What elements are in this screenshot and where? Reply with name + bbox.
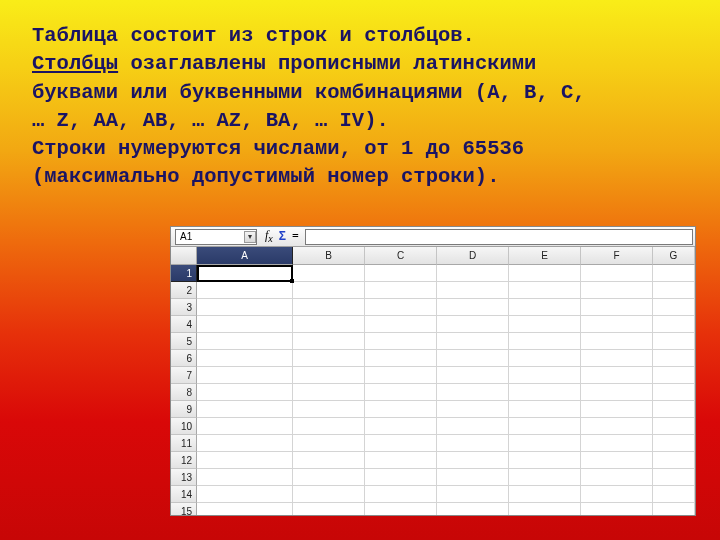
fx-icon[interactable]: fx	[265, 228, 273, 244]
row-header-8[interactable]: 8	[171, 384, 197, 401]
cell-E8[interactable]	[509, 384, 581, 401]
cell-C11[interactable]	[365, 435, 437, 452]
cell-D3[interactable]	[437, 299, 509, 316]
cell-C10[interactable]	[365, 418, 437, 435]
cell-C12[interactable]	[365, 452, 437, 469]
cell-B13[interactable]	[293, 469, 365, 486]
cell-G10[interactable]	[653, 418, 695, 435]
cell-G15[interactable]	[653, 503, 695, 516]
cell-B2[interactable]	[293, 282, 365, 299]
cell-D5[interactable]	[437, 333, 509, 350]
row-header-10[interactable]: 10	[171, 418, 197, 435]
cell-G4[interactable]	[653, 316, 695, 333]
cell-G3[interactable]	[653, 299, 695, 316]
cell-A15[interactable]	[197, 503, 293, 516]
cell-F2[interactable]	[581, 282, 653, 299]
cell-E2[interactable]	[509, 282, 581, 299]
cell-E11[interactable]	[509, 435, 581, 452]
cell-F11[interactable]	[581, 435, 653, 452]
cell-B10[interactable]	[293, 418, 365, 435]
cell-C2[interactable]	[365, 282, 437, 299]
cell-A10[interactable]	[197, 418, 293, 435]
column-header-A[interactable]: A	[197, 247, 293, 265]
cell-E13[interactable]	[509, 469, 581, 486]
cell-F8[interactable]	[581, 384, 653, 401]
name-box[interactable]: A1 ▾	[175, 229, 257, 245]
cell-E15[interactable]	[509, 503, 581, 516]
cell-G13[interactable]	[653, 469, 695, 486]
row-header-15[interactable]: 15	[171, 503, 197, 516]
column-header-F[interactable]: F	[581, 247, 653, 265]
cell-D7[interactable]	[437, 367, 509, 384]
select-all-corner[interactable]	[171, 247, 197, 265]
row-header-7[interactable]: 7	[171, 367, 197, 384]
cell-B4[interactable]	[293, 316, 365, 333]
cell-F13[interactable]	[581, 469, 653, 486]
cell-C5[interactable]	[365, 333, 437, 350]
cell-B1[interactable]	[293, 265, 365, 282]
cell-A6[interactable]	[197, 350, 293, 367]
cell-G12[interactable]	[653, 452, 695, 469]
cell-A5[interactable]	[197, 333, 293, 350]
cell-A3[interactable]	[197, 299, 293, 316]
cell-F15[interactable]	[581, 503, 653, 516]
cell-E12[interactable]	[509, 452, 581, 469]
cell-A2[interactable]	[197, 282, 293, 299]
cell-D10[interactable]	[437, 418, 509, 435]
cell-F10[interactable]	[581, 418, 653, 435]
column-header-B[interactable]: B	[293, 247, 365, 265]
cell-C3[interactable]	[365, 299, 437, 316]
cell-E3[interactable]	[509, 299, 581, 316]
cell-D14[interactable]	[437, 486, 509, 503]
cell-C13[interactable]	[365, 469, 437, 486]
row-header-14[interactable]: 14	[171, 486, 197, 503]
cell-G6[interactable]	[653, 350, 695, 367]
cell-E14[interactable]	[509, 486, 581, 503]
cell-B11[interactable]	[293, 435, 365, 452]
cell-D6[interactable]	[437, 350, 509, 367]
cell-E7[interactable]	[509, 367, 581, 384]
cell-G14[interactable]	[653, 486, 695, 503]
cell-A12[interactable]	[197, 452, 293, 469]
cell-B5[interactable]	[293, 333, 365, 350]
cell-A13[interactable]	[197, 469, 293, 486]
row-header-6[interactable]: 6	[171, 350, 197, 367]
cell-G2[interactable]	[653, 282, 695, 299]
cell-B15[interactable]	[293, 503, 365, 516]
cell-F9[interactable]	[581, 401, 653, 418]
row-header-1[interactable]: 1	[171, 265, 197, 282]
cell-A14[interactable]	[197, 486, 293, 503]
cell-E9[interactable]	[509, 401, 581, 418]
row-header-11[interactable]: 11	[171, 435, 197, 452]
column-header-C[interactable]: C	[365, 247, 437, 265]
cell-G1[interactable]	[653, 265, 695, 282]
cell-C1[interactable]	[365, 265, 437, 282]
cell-D2[interactable]	[437, 282, 509, 299]
cell-G9[interactable]	[653, 401, 695, 418]
cell-G7[interactable]	[653, 367, 695, 384]
cell-A8[interactable]	[197, 384, 293, 401]
cell-E4[interactable]	[509, 316, 581, 333]
row-header-3[interactable]: 3	[171, 299, 197, 316]
name-box-dropdown-icon[interactable]: ▾	[244, 231, 256, 243]
cell-B6[interactable]	[293, 350, 365, 367]
cell-B8[interactable]	[293, 384, 365, 401]
cell-D15[interactable]	[437, 503, 509, 516]
cell-D4[interactable]	[437, 316, 509, 333]
cell-G5[interactable]	[653, 333, 695, 350]
cell-F12[interactable]	[581, 452, 653, 469]
sum-icon[interactable]: Σ	[279, 229, 286, 243]
row-header-12[interactable]: 12	[171, 452, 197, 469]
cell-E5[interactable]	[509, 333, 581, 350]
cell-C4[interactable]	[365, 316, 437, 333]
cell-E6[interactable]	[509, 350, 581, 367]
cell-F6[interactable]	[581, 350, 653, 367]
cell-C6[interactable]	[365, 350, 437, 367]
cell-B14[interactable]	[293, 486, 365, 503]
cell-A9[interactable]	[197, 401, 293, 418]
cell-F14[interactable]	[581, 486, 653, 503]
cell-A1[interactable]	[197, 265, 293, 282]
cell-D12[interactable]	[437, 452, 509, 469]
column-header-D[interactable]: D	[437, 247, 509, 265]
cell-A11[interactable]	[197, 435, 293, 452]
